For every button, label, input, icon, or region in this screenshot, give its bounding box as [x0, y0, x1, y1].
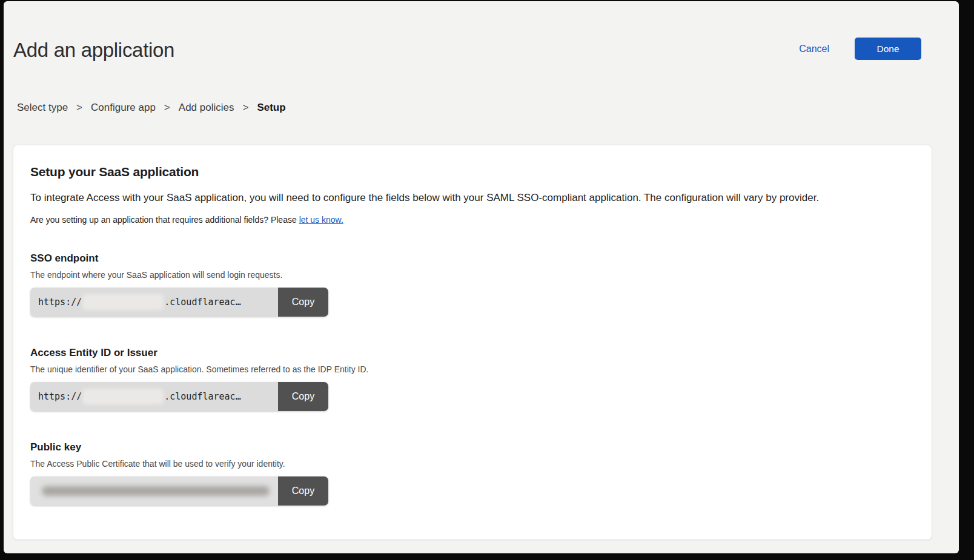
sso-endpoint-label: SSO endpoint	[30, 252, 915, 265]
breadcrumb-separator: >	[164, 102, 170, 114]
breadcrumb-step-select-type[interactable]: Select type	[17, 102, 68, 114]
entity-id-description: The unique identifier of your SaaS appli…	[30, 364, 915, 374]
public-key-section: Public key The Access Public Certificate…	[30, 441, 915, 506]
public-key-copy-button[interactable]: Copy	[278, 476, 328, 506]
setup-card: Setup your SaaS application To integrate…	[13, 145, 932, 540]
let-us-know-link[interactable]: let us know.	[299, 215, 343, 225]
sso-endpoint-description: The endpoint where your SaaS application…	[30, 270, 915, 280]
entity-id-label: Access Entity ID or Issuer	[30, 347, 915, 359]
redacted-certificate	[42, 486, 270, 496]
breadcrumb-step-configure-app[interactable]: Configure app	[91, 102, 156, 114]
public-key-label: Public key	[30, 441, 915, 453]
sso-endpoint-section: SSO endpoint The endpoint where your Saa…	[30, 252, 915, 317]
redacted-team-name	[82, 294, 164, 310]
breadcrumb-separator: >	[242, 102, 248, 114]
entity-id-field: https://.cloudflareac… Copy	[30, 382, 328, 411]
done-button[interactable]: Done	[855, 38, 921, 60]
card-note-text: Are you setting up an application that r…	[30, 215, 299, 225]
header-actions: Cancel Done	[799, 38, 921, 60]
entity-id-section: Access Entity ID or Issuer The unique id…	[30, 347, 915, 411]
sso-endpoint-value: https://.cloudflareac…	[30, 288, 278, 317]
breadcrumb-step-add-policies[interactable]: Add policies	[179, 102, 234, 114]
entity-id-value: https://.cloudflareac…	[30, 382, 278, 411]
breadcrumb-separator: >	[76, 102, 82, 114]
public-key-description: The Access Public Certificate that will …	[30, 459, 915, 469]
sso-endpoint-field: https://.cloudflareac… Copy	[30, 288, 328, 317]
page-title: Add an application	[13, 39, 174, 62]
public-key-value	[30, 476, 278, 506]
cancel-button[interactable]: Cancel	[799, 44, 829, 54]
breadcrumb-step-setup: Setup	[257, 102, 285, 114]
entity-id-copy-button[interactable]: Copy	[278, 382, 328, 411]
page-frame: Add an application Cancel Done Select ty…	[4, 1, 959, 553]
card-heading: Setup your SaaS application	[30, 165, 915, 179]
card-note: Are you setting up an application that r…	[30, 215, 915, 225]
card-intro-text: To integrate Access with your SaaS appli…	[30, 192, 915, 204]
redacted-team-name	[82, 389, 164, 404]
sso-endpoint-copy-button[interactable]: Copy	[278, 288, 328, 317]
public-key-field: Copy	[30, 476, 328, 506]
breadcrumb: Select type > Configure app > Add polici…	[17, 102, 286, 114]
